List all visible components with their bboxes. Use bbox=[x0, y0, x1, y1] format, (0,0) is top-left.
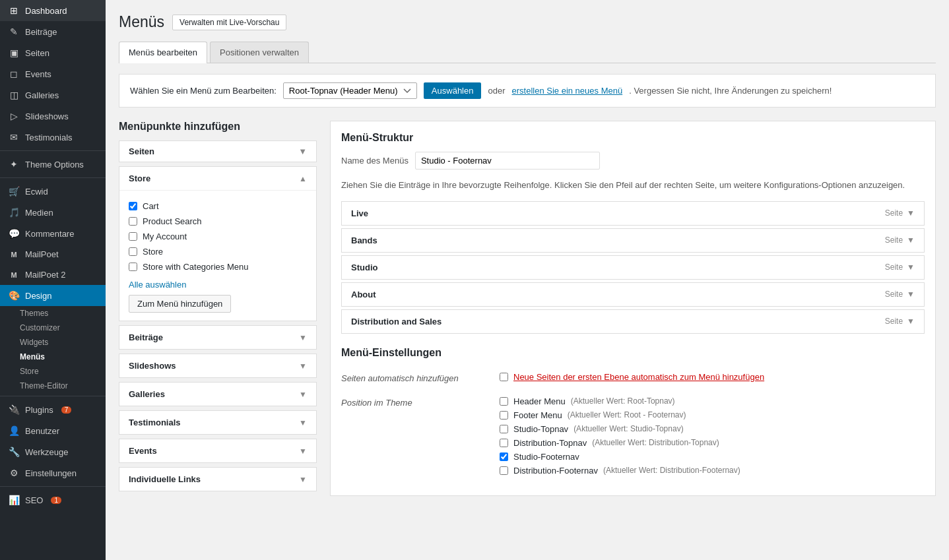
position-studio-topnav: Studio-Topnav (Aktueller Wert: Studio-To… bbox=[500, 424, 925, 434]
testimonials-icon: ✉ bbox=[8, 132, 20, 142]
menu-items-list: Live Seite ▼ Bands Seite ▼ S bbox=[341, 201, 925, 334]
sidebar-item-label: Seiten bbox=[25, 48, 49, 58]
auto-add-checkbox[interactable] bbox=[500, 373, 508, 381]
product-search-label: Product Search bbox=[143, 216, 202, 226]
sidebar-item-label: Galleries bbox=[25, 90, 59, 100]
create-menu-link[interactable]: erstellen Sie ein neues Menü bbox=[512, 86, 623, 96]
auto-add-checkbox-row: Neue Seiten der ersten Ebene automatisch… bbox=[500, 372, 925, 382]
footer-menu-checkbox[interactable] bbox=[500, 411, 508, 420]
slideshows-icon: ▷ bbox=[8, 111, 20, 121]
sidebar-sub-themes[interactable]: Themes bbox=[0, 306, 106, 321]
studio-footernav-label: Studio-Footernav bbox=[513, 452, 579, 462]
distribution-footernav-checkbox[interactable] bbox=[500, 466, 508, 475]
accordion-galleries-header[interactable]: Galleries ▼ bbox=[119, 383, 316, 406]
sidebar-sub-customizer[interactable]: Customizer bbox=[0, 321, 106, 335]
accordion-testimonials: Testimonials ▼ bbox=[119, 410, 317, 435]
store-categories-checkbox[interactable] bbox=[129, 263, 137, 271]
sidebar-item-seo[interactable]: 📊 SEO 1 bbox=[0, 489, 106, 511]
right-column: Menü-Struktur Name des Menüs Ziehen Sie … bbox=[330, 121, 936, 496]
accordion-beitraege-header[interactable]: Beiträge ▼ bbox=[119, 326, 316, 349]
mailpoet2-icon: M bbox=[8, 271, 20, 279]
select-label: Wählen Sie ein Menü zum Bearbeiten: bbox=[130, 86, 277, 96]
menu-name-input[interactable] bbox=[415, 152, 600, 170]
sidebar-item-mailpoet[interactable]: M MailPoet bbox=[0, 244, 106, 264]
page-title-row: Menüs Verwalten mit Live-Vorschau bbox=[119, 13, 936, 31]
sidebar-item-benutzer[interactable]: 👤 Benutzer bbox=[0, 420, 106, 441]
sidebar-item-kommentare[interactable]: 💬 Kommentare bbox=[0, 223, 106, 244]
galleries-icon: ◫ bbox=[8, 90, 20, 100]
menu-item-live[interactable]: Live Seite ▼ bbox=[341, 201, 925, 226]
sidebar-item-ecwid[interactable]: 🛒 Ecwid bbox=[0, 181, 106, 202]
accordion-events-header[interactable]: Events ▼ bbox=[119, 439, 316, 462]
menu-item-type-studio: Seite ▼ bbox=[885, 263, 915, 272]
two-column-layout: Menüpunkte hinzufügen Seiten ▼ Store ▲ bbox=[119, 121, 936, 496]
sidebar-item-medien[interactable]: 🎵 Medien bbox=[0, 202, 106, 223]
product-search-checkbox[interactable] bbox=[129, 217, 137, 226]
left-column: Menüpunkte hinzufügen Seiten ▼ Store ▲ bbox=[119, 121, 317, 495]
accordion-store-header[interactable]: Store ▲ bbox=[119, 167, 316, 190]
settings-value-auto-add: Neue Seiten der ersten Ebene automatisch… bbox=[500, 372, 925, 386]
accordion-slideshows-header[interactable]: Slideshows ▼ bbox=[119, 354, 316, 377]
page-title: Menüs bbox=[119, 13, 164, 31]
sidebar-item-mailpoet2[interactable]: M MailPoet 2 bbox=[0, 264, 106, 285]
menu-item-arrow-live: ▼ bbox=[907, 208, 915, 218]
accordion-galleries-arrow: ▼ bbox=[299, 390, 307, 399]
menu-item-arrow-distribution: ▼ bbox=[907, 317, 915, 326]
sidebar-item-design[interactable]: 🎨 Design bbox=[0, 285, 106, 306]
menu-select-row: Wählen Sie ein Menü zum Bearbeiten: Root… bbox=[119, 74, 936, 108]
menu-name-label: Name des Menüs bbox=[341, 156, 409, 166]
menu-select-dropdown[interactable]: Root-Topnav (Header Menu) Studio - Foote… bbox=[283, 82, 417, 99]
sidebar-sub-menues[interactable]: Menüs bbox=[0, 350, 106, 364]
sidebar-item-plugins[interactable]: 🔌 Plugins 7 bbox=[0, 399, 106, 420]
sidebar-item-seiten[interactable]: ▣ Seiten bbox=[0, 42, 106, 63]
add-items-heading: Menüpunkte hinzufügen bbox=[119, 121, 317, 133]
studio-topnav-checkbox[interactable] bbox=[500, 425, 508, 433]
menu-item-studio[interactable]: Studio Seite ▼ bbox=[341, 255, 925, 280]
sidebar-sub-widgets[interactable]: Widgets bbox=[0, 335, 106, 350]
accordion-testimonials-label: Testimonials bbox=[129, 418, 181, 427]
sidebar-item-label: Ecwid bbox=[25, 187, 48, 197]
accordion-individuelle-links-header[interactable]: Individuelle Links ▼ bbox=[119, 468, 316, 491]
sidebar-item-slideshows[interactable]: ▷ Slideshows bbox=[0, 106, 106, 127]
store-checkbox[interactable] bbox=[129, 247, 137, 256]
position-footer-menu: Footer Menu (Aktueller Wert: Root - Foot… bbox=[500, 410, 925, 420]
sidebar-item-dashboard[interactable]: ⊞ Dashboard bbox=[0, 0, 106, 21]
accordion-galleries: Galleries ▼ bbox=[119, 382, 317, 406]
settings-label-auto-add: Seiten automatisch hinzufügen bbox=[341, 372, 486, 383]
studio-footernav-checkbox[interactable] bbox=[500, 452, 508, 461]
my-account-label: My Account bbox=[143, 232, 187, 241]
sidebar-item-einstellungen[interactable]: ⚙ Einstellungen bbox=[0, 462, 106, 483]
distribution-topnav-checkbox[interactable] bbox=[500, 439, 508, 447]
header-menu-checkbox[interactable] bbox=[500, 397, 508, 406]
menu-item-about[interactable]: About Seite ▼ bbox=[341, 282, 925, 307]
live-preview-button[interactable]: Verwalten mit Live-Vorschau bbox=[172, 15, 286, 30]
header-menu-label: Header Menu bbox=[513, 396, 566, 406]
sidebar-item-theme-options[interactable]: ✦ Theme Options bbox=[0, 154, 106, 175]
menu-item-bands[interactable]: Bands Seite ▼ bbox=[341, 228, 925, 253]
menu-item-distribution[interactable]: Distribution and Sales Seite ▼ bbox=[341, 309, 925, 334]
sidebar-item-werkzeuge[interactable]: 🔧 Werkzeuge bbox=[0, 441, 106, 462]
sidebar-item-galleries[interactable]: ◫ Galleries bbox=[0, 84, 106, 106]
design-icon: 🎨 bbox=[8, 290, 20, 301]
sidebar-item-testimonials[interactable]: ✉ Testimonials bbox=[0, 127, 106, 148]
auswahlen-button[interactable]: Auswählen bbox=[424, 82, 482, 99]
sidebar-sub-theme-editor[interactable]: Theme-Editor bbox=[0, 379, 106, 393]
seiten-dropdown-arrow[interactable]: ▼ bbox=[298, 146, 307, 156]
main-content: Menüs Verwalten mit Live-Vorschau Menüs … bbox=[106, 0, 949, 560]
zum-menu-hinzufuegen-button[interactable]: Zum Menü hinzufügen bbox=[129, 295, 231, 313]
tab-positionen[interactable]: Positionen verwalten bbox=[210, 42, 309, 63]
sidebar-item-events[interactable]: ◻ Events bbox=[0, 63, 106, 84]
menu-item-type-about: Seite ▼ bbox=[885, 290, 915, 299]
or-text: oder bbox=[488, 86, 505, 96]
my-account-checkbox[interactable] bbox=[129, 232, 137, 241]
sidebar-sub-store[interactable]: Store bbox=[0, 364, 106, 379]
alle-auswahlen-link[interactable]: Alle auswählen bbox=[129, 280, 307, 290]
sidebar-item-label: Beiträge bbox=[25, 27, 57, 37]
cart-checkbox[interactable] bbox=[129, 202, 137, 210]
accordion-testimonials-header[interactable]: Testimonials ▼ bbox=[119, 411, 316, 434]
sidebar-item-beitraege[interactable]: ✎ Beiträge bbox=[0, 21, 106, 42]
tab-menus-bearbeiten[interactable]: Menüs bearbeiten bbox=[119, 42, 207, 63]
settings-row-position: Position im Theme Header Menu (Aktueller… bbox=[341, 391, 925, 485]
menu-item-type-live: Seite ▼ bbox=[885, 208, 915, 218]
accordion-slideshows-label: Slideshows bbox=[129, 361, 176, 371]
